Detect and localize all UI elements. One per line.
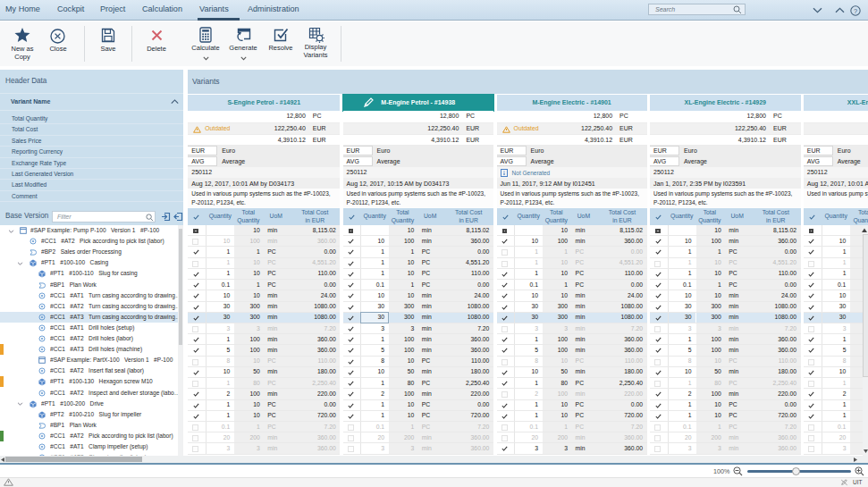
svg-text:?: ? — [854, 7, 857, 15]
